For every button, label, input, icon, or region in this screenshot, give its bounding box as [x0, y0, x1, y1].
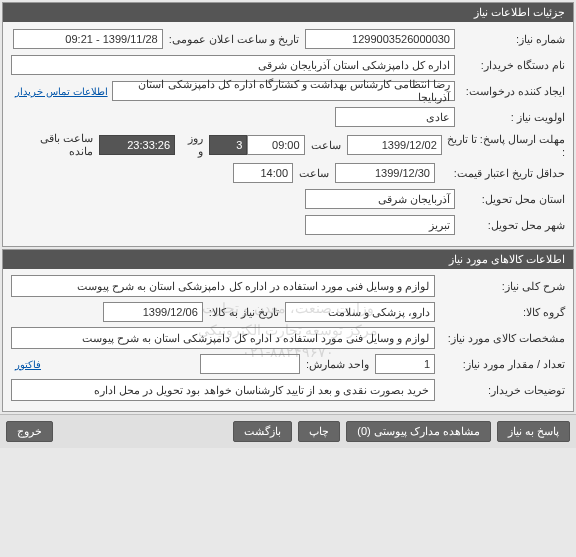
label-qty: تعداد / مقدار مورد نیاز:	[435, 358, 565, 371]
field-announce: 1399/11/28 - 09:21	[13, 29, 163, 49]
label-need-date: تاریخ نیاز به کالا:	[203, 306, 285, 319]
invoice-link[interactable]: فاکتور	[11, 359, 45, 370]
goods-info-header: اطلاعات کالاهای مورد نیاز	[3, 250, 573, 269]
goods-info-panel: اطلاعات کالاهای مورد نیاز وزارت صنعت، مع…	[2, 249, 574, 412]
field-creator: رضا انتظامی کارشناس بهداشت و کشتارگاه اد…	[112, 81, 455, 101]
field-general-desc: لوازم و وسایل فنی مورد استفاده در اداره …	[11, 275, 435, 297]
label-province: استان محل تحویل:	[455, 193, 565, 206]
back-button[interactable]: بازگشت	[233, 421, 292, 442]
attachments-button[interactable]: مشاهده مدارک پیوستی (0)	[346, 421, 491, 442]
label-buyer-notes: توضیحات خریدار:	[435, 384, 565, 397]
need-info-panel: جزئیات اطلاعات نیاز شماره نیاز: 12990035…	[2, 2, 574, 247]
row-creator: ایجاد کننده درخواست: رضا انتظامی کارشناس…	[11, 80, 565, 102]
exit-button[interactable]: خروج	[6, 421, 53, 442]
label-general-desc: شرح کلی نیاز:	[435, 280, 565, 293]
field-time-remain: 23:33:26	[99, 135, 175, 155]
field-goods-group: دارو، پزشکی و سلامت	[285, 302, 435, 322]
label-days-and: روز و	[175, 132, 209, 158]
label-unit: واحد شمارش:	[300, 358, 375, 371]
label-time-2: ساعت	[293, 167, 335, 180]
goods-info-body: وزارت صنعت، معدن و تجارت مرکز توسعه تجار…	[3, 269, 573, 411]
row-province: استان محل تحویل: آذربایجان شرقی	[11, 188, 565, 210]
label-deadline: مهلت ارسال پاسخ: تا تاریخ :	[442, 133, 565, 158]
field-unit	[200, 354, 300, 374]
need-info-header: جزئیات اطلاعات نیاز	[3, 3, 573, 22]
field-deadline-date: 1399/12/02	[347, 135, 442, 155]
label-creator: ایجاد کننده درخواست:	[455, 85, 565, 98]
field-days-remain: 3	[209, 135, 247, 155]
row-city: شهر محل تحویل: تبریز	[11, 214, 565, 236]
field-priority: عادی	[335, 107, 455, 127]
label-buyer-org: نام دستگاه خریدار:	[455, 59, 565, 72]
label-need-no: شماره نیاز:	[455, 33, 565, 46]
row-need-no: شماره نیاز: 1299003526000030 تاریخ و ساع…	[11, 28, 565, 50]
field-min-validity-time: 14:00	[233, 163, 293, 183]
label-remaining: ساعت باقی مانده	[11, 132, 99, 158]
need-info-body: شماره نیاز: 1299003526000030 تاریخ و ساع…	[3, 22, 573, 246]
label-priority: اولویت نیاز :	[455, 111, 565, 124]
row-qty: تعداد / مقدار مورد نیاز: 1 واحد شمارش: ف…	[11, 353, 565, 375]
row-buyer-notes: توضیحات خریدار: خرید بصورت نقدی و بعد از…	[11, 379, 565, 401]
field-buyer-org: اداره کل دامپزشکی استان آذربایجان شرقی	[11, 55, 455, 75]
row-min-validity: حداقل تاریخ اعتبار قیمت: 1399/12/30 ساعت…	[11, 162, 565, 184]
field-city: تبریز	[305, 215, 455, 235]
field-deadline-time: 09:00	[247, 135, 304, 155]
label-announce: تاریخ و ساعت اعلان عمومی:	[163, 33, 305, 46]
row-goods-specs: مشخصات کالای مورد نیاز: لوازم و وسایل فن…	[11, 327, 565, 349]
row-priority: اولویت نیاز : عادی	[11, 106, 565, 128]
print-button[interactable]: چاپ	[298, 421, 340, 442]
field-need-date: 1399/12/06	[103, 302, 203, 322]
row-buyer-org: نام دستگاه خریدار: اداره کل دامپزشکی است…	[11, 54, 565, 76]
row-goods-group: گروه کالا: دارو، پزشکی و سلامت تاریخ نیا…	[11, 301, 565, 323]
field-min-validity-date: 1399/12/30	[335, 163, 435, 183]
contact-link[interactable]: اطلاعات تماس خریدار	[11, 86, 112, 97]
footer-bar: پاسخ به نیاز مشاهده مدارک پیوستی (0) چاپ…	[0, 414, 576, 448]
field-buyer-notes: خرید بصورت نقدی و بعد از تایید کارشناسان…	[11, 379, 435, 401]
label-city: شهر محل تحویل:	[455, 219, 565, 232]
field-goods-specs: لوازم و وسایل فنی مورد استفاده د اداره ک…	[11, 327, 435, 349]
label-min-validity: حداقل تاریخ اعتبار قیمت:	[435, 167, 565, 180]
field-need-no: 1299003526000030	[305, 29, 455, 49]
label-time-1: ساعت	[305, 139, 347, 152]
label-goods-specs: مشخصات کالای مورد نیاز:	[435, 332, 565, 345]
row-general-desc: شرح کلی نیاز: لوازم و وسایل فنی مورد است…	[11, 275, 565, 297]
label-goods-group: گروه کالا:	[435, 306, 565, 319]
field-province: آذربایجان شرقی	[305, 189, 455, 209]
reply-button[interactable]: پاسخ به نیاز	[497, 421, 570, 442]
row-deadline: مهلت ارسال پاسخ: تا تاریخ : 1399/12/02 س…	[11, 132, 565, 158]
field-qty: 1	[375, 354, 435, 374]
